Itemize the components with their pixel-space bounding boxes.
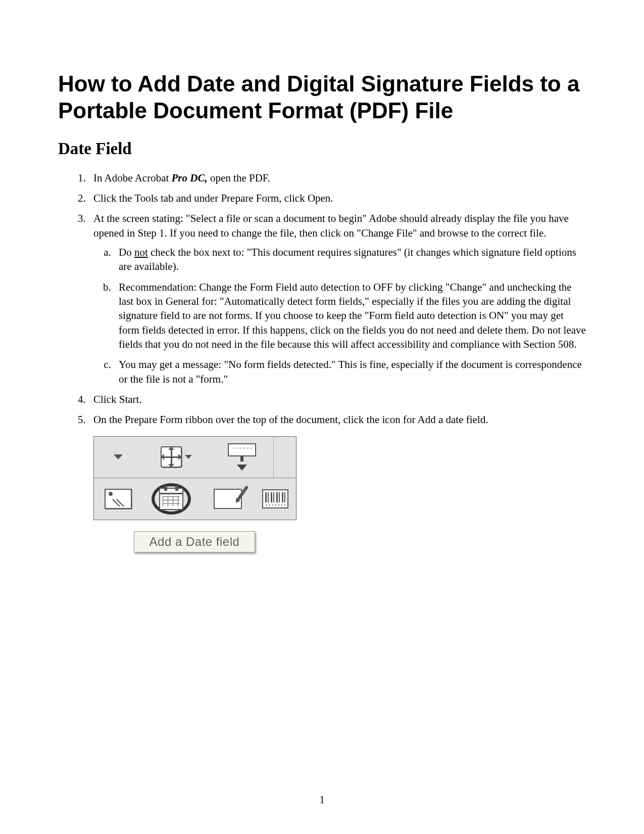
step-2: Click the Tools tab and under Prepare Fo…	[88, 191, 586, 205]
date-field-icon	[159, 488, 183, 510]
crosshair-icon	[161, 446, 182, 468]
ribbon-move-tool[interactable]	[142, 437, 210, 478]
step-3a: Do not check the box next to: "This docu…	[114, 245, 586, 274]
chevron-down-icon	[114, 454, 123, 459]
ribbon-row-top	[94, 437, 296, 478]
page-number: 1	[0, 794, 644, 806]
chevron-down-icon	[185, 455, 192, 459]
ribbon-row-bottom	[94, 478, 296, 520]
ribbon-date-field-tool[interactable]	[142, 478, 200, 520]
step-3-text: At the screen stating: "Select a file or…	[93, 212, 569, 239]
step-1: In Adobe Acrobat Pro DC, open the PDF.	[88, 171, 586, 185]
ribbon-barcode-tool[interactable]	[256, 478, 295, 520]
step-4: Click Start.	[88, 392, 586, 406]
tooltip-add-date-field: Add a Date field	[134, 531, 255, 552]
ribbon-dropdown-1[interactable]	[94, 437, 142, 478]
step-3-substeps: Do not check the box next to: "This docu…	[114, 245, 586, 386]
barcode-field-icon	[262, 489, 288, 508]
step-5: On the Prepare Form ribbon over the top …	[88, 412, 586, 427]
steps-list: In Adobe Acrobat Pro DC, open the PDF. C…	[88, 171, 586, 427]
signature-field-icon	[214, 489, 242, 509]
step-1-pro-dc: Pro DC,	[172, 172, 208, 184]
step-3a-not: not	[134, 246, 148, 258]
image-field-icon	[105, 489, 132, 509]
section-heading-date-field: Date Field	[58, 140, 586, 158]
ribbon-spacer	[274, 437, 295, 478]
ribbon-text-field-tool[interactable]	[210, 437, 274, 478]
step-3a-a: Do	[119, 246, 134, 258]
prepare-form-ribbon-figure: Add a Date field	[93, 436, 295, 552]
step-3b: Recommendation: Change the Form Field au…	[114, 280, 586, 352]
highlight-circle	[152, 483, 191, 515]
arrow-down-icon	[237, 465, 247, 471]
step-3a-c: check the box next to: "This document re…	[119, 246, 576, 272]
step-3: At the screen stating: "Select a file or…	[88, 211, 586, 386]
arrow-stem	[240, 456, 243, 461]
step-1-text-c: open the PDF.	[208, 172, 270, 184]
step-1-text-a: In Adobe Acrobat	[93, 172, 172, 184]
page-title: How to Add Date and Digital Signature Fi…	[58, 71, 586, 124]
text-field-icon	[228, 443, 256, 456]
ribbon-image-tool[interactable]	[94, 478, 142, 520]
ribbon-signature-tool[interactable]	[200, 478, 256, 520]
prepare-form-ribbon	[93, 436, 296, 520]
step-3c: You may get a message: "No form fields d…	[114, 357, 586, 386]
